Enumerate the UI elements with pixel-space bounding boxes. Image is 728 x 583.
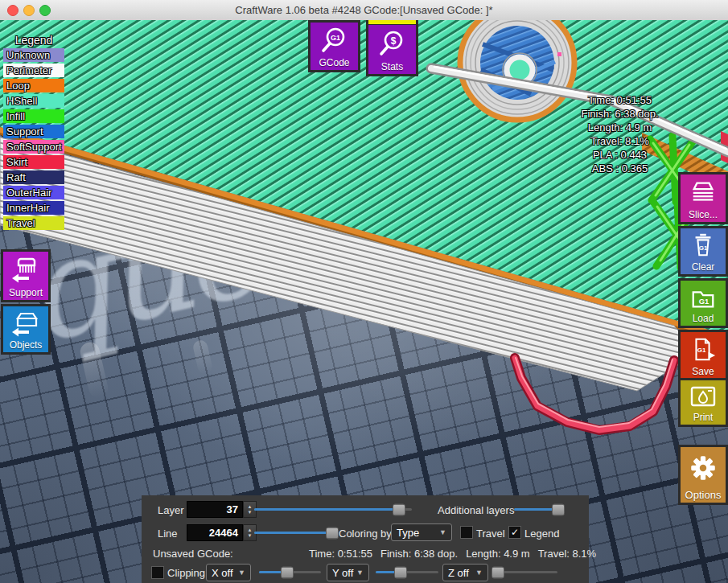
line-value-field[interactable]: 24464 — [187, 524, 243, 541]
clip-y-slider-knob[interactable] — [394, 566, 407, 578]
legend-item-innerhair: InnerHair — [3, 201, 64, 215]
chevron-down-icon — [238, 569, 245, 577]
chevron-down-icon — [439, 528, 446, 536]
legend-check-glyph: ✓ — [511, 528, 519, 537]
printer-icon — [689, 380, 718, 412]
spinner-down-icon[interactable]: ▼ — [248, 533, 253, 539]
legend-item-infill: Infill — [3, 109, 64, 123]
magnifier-stats-icon: $ — [378, 25, 407, 61]
travel-checkbox[interactable] — [460, 526, 473, 539]
stat-travel: Travel: 8.1% — [557, 134, 682, 148]
coloring-by-dropdown[interactable]: Type — [391, 523, 452, 541]
legend-item-outerhair: OuterHair — [3, 186, 64, 199]
unsaved-gcode-label: Unsaved GCode: — [153, 548, 233, 560]
stats-view-button[interactable]: $ Stats — [368, 25, 416, 74]
support-button-label: Support — [9, 287, 43, 298]
legend-item-perimeter: Perimeter — [3, 64, 64, 77]
svg-text:G1: G1 — [330, 34, 339, 42]
line-slider[interactable] — [254, 532, 335, 534]
layer-value-field[interactable]: 37 — [187, 501, 243, 518]
panel-stat-length: Length: 4.9 m — [466, 548, 530, 560]
stats-button-label: Stats — [381, 61, 403, 72]
options-button-label: Options — [685, 489, 722, 501]
additional-layers-slider[interactable] — [514, 508, 560, 511]
zoom-button[interactable] — [39, 5, 51, 16]
clip-x-slider-knob[interactable] — [281, 566, 294, 578]
travel-checkbox-label: Travel — [476, 528, 505, 540]
support-tool-icon — [10, 252, 41, 287]
svg-text:G1: G1 — [697, 346, 706, 353]
objects-tool-icon — [10, 306, 41, 339]
layer-slider-knob[interactable] — [393, 503, 405, 515]
objects-button-label: Objects — [10, 339, 43, 351]
gcode-control-panel: Layer 37 ▲▼ Additional layers Line 24464… — [142, 495, 589, 583]
minimize-button[interactable] — [23, 5, 35, 16]
stat-pla: PLA : 0.443 — [557, 148, 682, 162]
close-button[interactable] — [7, 5, 19, 16]
legend-item-travel: Travel — [3, 216, 64, 230]
craftware-window: { "window": { "title": "CraftWare 1.06 b… — [0, 0, 728, 583]
line-spinner: 24464 ▲▼ — [187, 524, 257, 541]
save-button-frame: G1 Save — [678, 330, 728, 381]
clip-z-value: Z off — [448, 567, 469, 579]
coloring-by-value: Type — [397, 527, 419, 539]
clip-z-dropdown[interactable]: Z off — [442, 564, 488, 581]
chevron-down-icon — [356, 569, 364, 577]
gear-icon — [688, 447, 718, 489]
layer-label: Layer — [158, 504, 184, 516]
legend-item-raft: Raft — [3, 170, 64, 184]
slice-button[interactable]: Slice... — [681, 174, 726, 222]
panel-stat-travel: Travel: 8.1% — [538, 548, 597, 560]
legend-overlay: Legend Unknown Perimeter Loop HShell Inf… — [3, 34, 64, 232]
clip-y-dropdown[interactable]: Y off — [327, 564, 369, 581]
line-slider-knob[interactable] — [326, 527, 339, 539]
gcode-stats-row: Time: 0:51:55 Finish: 6:38 dop. Length: … — [309, 548, 596, 560]
chevron-down-icon — [475, 569, 483, 577]
legend-item-skirt: Skirt — [3, 155, 64, 169]
clear-button[interactable]: G1 Clear — [681, 228, 726, 274]
print-button[interactable]: Print — [681, 380, 726, 425]
svg-text:G1: G1 — [699, 244, 708, 252]
stat-time: Time: 0:51:55 — [557, 93, 682, 107]
svg-text:$: $ — [390, 35, 396, 47]
additional-layers-label: Additional layers — [438, 504, 514, 516]
print-button-frame: Print — [678, 378, 728, 427]
additional-layers-slider-knob[interactable] — [552, 503, 565, 515]
gcode-button-frame: G1 GCode — [308, 20, 360, 72]
stats-button-frame: $ Stats — [366, 20, 418, 76]
objects-tool-button[interactable]: Objects — [3, 306, 48, 352]
clipping-checkbox[interactable] — [151, 566, 164, 579]
coloring-by-label: Coloring by — [339, 528, 392, 540]
magnifier-gcode-icon: G1 — [320, 23, 349, 57]
legend-item-unknown: Unknown — [3, 48, 64, 62]
load-button[interactable]: G1 Load — [681, 281, 726, 326]
panel-stat-time: Time: 0:51:55 — [309, 548, 372, 560]
slice-button-label: Slice... — [689, 209, 718, 220]
options-button[interactable]: Options — [681, 447, 726, 503]
clip-z-slider-knob[interactable] — [492, 566, 504, 578]
window-title: CraftWare 1.06 beta #4248 GCode:[Unsaved… — [235, 4, 492, 16]
support-tool-button[interactable]: Support — [3, 252, 48, 300]
clip-z-slider[interactable] — [496, 571, 557, 573]
clip-x-slider[interactable] — [259, 571, 321, 573]
clip-x-value: X off — [212, 567, 233, 579]
save-button[interactable]: G1 Save — [681, 332, 726, 379]
trash-icon: G1 — [689, 228, 717, 261]
clear-button-label: Clear — [692, 261, 715, 273]
clip-y-slider[interactable] — [376, 571, 438, 573]
spinner-up-icon[interactable]: ▲ — [248, 504, 253, 510]
layer-slider[interactable] — [254, 508, 412, 511]
legend-item-hshell: HShell — [3, 94, 64, 108]
clipping-label: Clipping — [167, 567, 205, 579]
options-button-frame: Options — [678, 445, 728, 505]
clip-x-dropdown[interactable]: X off — [206, 564, 251, 581]
stat-length: Length: 4.9 m — [557, 121, 682, 134]
spinner-down-icon[interactable]: ▼ — [248, 510, 253, 515]
slice-icon — [689, 174, 717, 209]
gcode-view-button[interactable]: G1 GCode — [311, 23, 358, 70]
stat-finish: Finish: 6:38 dop. — [557, 107, 682, 121]
spinner-up-icon[interactable]: ▲ — [248, 528, 253, 533]
clip-y-value: Y off — [332, 567, 353, 579]
legend-checkbox[interactable]: ✓ — [508, 526, 521, 539]
gcode-button-label: GCode — [319, 57, 349, 68]
